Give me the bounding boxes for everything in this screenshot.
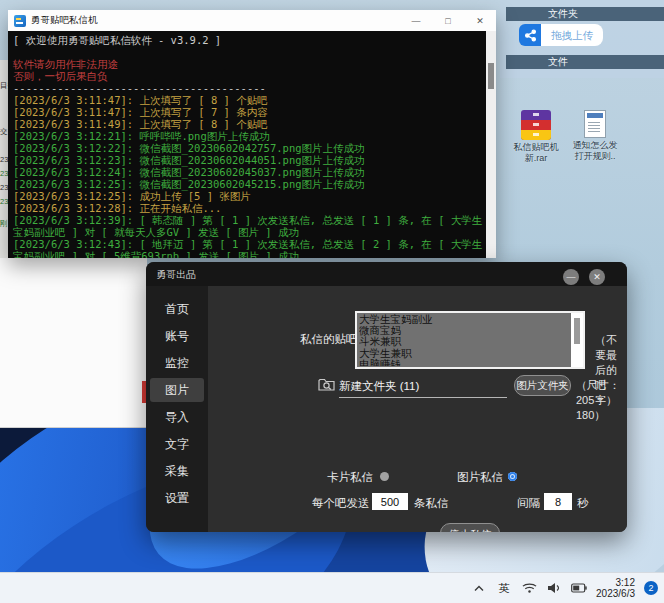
image-folder-field[interactable]: 新建文件夹 (11) — [339, 379, 507, 398]
battery-icon[interactable] — [571, 581, 587, 595]
system-tray: 英 3:12 2023/6/3 2 — [471, 573, 658, 603]
sidebar-item-monitor[interactable]: 监控 — [150, 351, 204, 375]
edge-text-fragment: 23/ — [0, 156, 8, 164]
taskbar: 英 3:12 2023/6/3 2 — [0, 572, 664, 603]
sidebar-item-text[interactable]: 文字 — [150, 432, 204, 456]
send-count-input[interactable] — [372, 493, 408, 510]
listbox-scrollbar-thumb[interactable] — [574, 318, 580, 344]
desktop-icon-label: 通知怎么发 — [564, 140, 626, 151]
desktop-icon-text[interactable]: 通知怎么发 打开规则.. — [564, 110, 626, 161]
image-radio-icon-selected[interactable] — [508, 472, 517, 481]
maximize-button[interactable]: □ — [432, 10, 464, 31]
image-radio-label: 图片私信 — [457, 470, 503, 485]
edge-text-fragment: 目数 — [0, 82, 8, 90]
interval-label: 间隔 — [517, 496, 540, 511]
size-hint: （尺寸：205＊180） — [576, 378, 627, 423]
console-titlebar[interactable]: 勇哥贴吧私信机 — □ ✕ — [8, 10, 496, 31]
tieba-list-item[interactable]: 斗米兼职 — [359, 336, 569, 347]
sidebar-item-settings[interactable]: 设置 — [150, 486, 204, 510]
console-log-line: [2023/6/3 3:12:25]: 微信截图_20230602045215.… — [13, 178, 484, 190]
console-log-line: 软件请勿用作非法用途 — [13, 58, 484, 70]
minimize-button[interactable]: — — [400, 10, 432, 31]
notification-badge[interactable]: 2 — [644, 581, 658, 595]
console-output: [ 欢迎使用勇哥贴吧私信软件 - v3.9.2 ] 软件请勿用作非法用途 否则，… — [8, 31, 486, 258]
taskbar-time: 3:12 — [596, 577, 635, 588]
console-log-line: [2023/6/3 3:12:24]: 微信截图_20230602045037.… — [13, 166, 484, 178]
console-window: 勇哥贴吧私信机 — □ ✕ [ 欢迎使用勇哥贴吧私信软件 - v3.9.2 ] … — [8, 10, 496, 258]
background-window — [0, 258, 147, 428]
console-log-line: [2023/6/3 3:12:21]: 呼呼哔哔.png图片上传成功 — [13, 130, 484, 142]
tieba-listbox[interactable]: 大学生宝妈副业 微商宝妈 斗米兼职 大学生兼职 电脑赚钱 — [355, 311, 585, 369]
app-window-title: 勇哥出品 — [156, 268, 196, 282]
console-log-line: [2023/6/3 3:11:47]: 上次填写了 [ 7 ] 条内容 — [13, 106, 484, 118]
app-titlebar[interactable]: 勇哥出品 — ✕ — [146, 262, 627, 286]
interval-input[interactable] — [544, 493, 572, 510]
edge-text-fragment: 23/ — [0, 198, 8, 206]
desktop-icon-label: 私信贴吧机 — [505, 142, 567, 153]
taskbar-clock[interactable]: 3:12 2023/6/3 — [596, 577, 635, 599]
upload-panel: 文件夹 拖拽上传 文件 — [500, 0, 664, 78]
drag-upload-button[interactable]: 拖拽上传 — [541, 24, 603, 46]
console-log-line: [2023/6/3 3:12:23]: 微信截图_20230602044051.… — [13, 154, 484, 166]
desktop-icon-label: 新.rar — [505, 153, 567, 164]
tray-chevron-up-icon[interactable] — [471, 581, 487, 595]
console-log-line: [2023/6/3 3:12:28]: 正在开始私信... — [13, 202, 484, 214]
app-window: 勇哥出品 — ✕ 首页 账号 监控 图片 导入 文字 采集 设置 私信的贴吧 大… — [146, 262, 627, 532]
listbox-scrollbar[interactable] — [571, 313, 583, 367]
interval-suffix: 秒 — [577, 496, 589, 511]
edge-text-fragment: 刚 — [0, 220, 8, 228]
console-scrollbar-thumb[interactable] — [488, 63, 494, 89]
text-file-icon — [584, 110, 606, 138]
tieba-list-item[interactable]: 电脑赚钱 — [359, 359, 569, 366]
app-sidebar: 首页 账号 监控 图片 导入 文字 采集 设置 — [146, 286, 208, 532]
console-app-icon — [14, 15, 26, 27]
sidebar-item-collect[interactable]: 采集 — [150, 459, 204, 483]
console-log-line: [2023/6/3 3:12:43]: [ 地拜迈 ] 第 [ 1 ] 次发送私… — [13, 238, 484, 258]
send-count-prefix: 每个吧发送 — [312, 496, 370, 511]
minimize-button[interactable]: — — [563, 269, 579, 285]
wifi-icon[interactable] — [521, 581, 537, 595]
console-window-title: 勇哥贴吧私信机 — [31, 14, 98, 27]
console-log-line: ---------------------------------------- — [13, 82, 484, 94]
edge-text-fragment: 23/ — [0, 170, 8, 178]
stop-message-button[interactable]: 停止私信 — [440, 523, 500, 532]
console-log-line: [2023/6/3 3:12:25]: 成功上传 [5 ] 张图片 — [13, 190, 484, 202]
edge-text-fragment: 交日 — [0, 128, 8, 136]
console-scrollbar[interactable] — [486, 31, 496, 258]
card-radio-icon[interactable] — [380, 472, 389, 481]
tieba-list-label: 私信的贴吧 — [300, 332, 358, 347]
card-radio-label: 卡片私信 — [327, 470, 373, 485]
close-button[interactable]: ✕ — [464, 10, 496, 31]
upload-panel-file-header: 文件 — [506, 55, 664, 69]
sidebar-item-account[interactable]: 账号 — [150, 324, 204, 348]
volume-icon[interactable] — [546, 581, 562, 595]
folder-search-icon[interactable] — [318, 377, 337, 396]
sidebar-item-home[interactable]: 首页 — [150, 297, 204, 321]
app-main: 私信的贴吧 大学生宝妈副业 微商宝妈 斗米兼职 大学生兼职 电脑赚钱 （不要最后… — [208, 286, 627, 532]
ime-indicator[interactable]: 英 — [496, 581, 512, 595]
sidebar-item-image[interactable]: 图片 — [150, 378, 204, 402]
console-log-line: 否则，一切后果自负 — [13, 70, 484, 82]
send-count-suffix: 条私信 — [414, 496, 449, 511]
console-log-line: [ 欢迎使用勇哥贴吧私信软件 - v3.9.2 ] — [13, 34, 484, 46]
desktop-icon-label: 打开规则.. — [564, 151, 626, 162]
winrar-archive-icon — [521, 110, 551, 140]
desktop: 目数 交日 23/ 23/ 23/ 23/ 刚 文件夹 拖拽上传 文件 私信贴吧… — [0, 0, 664, 603]
console-log-line: [2023/6/3 3:12:22]: 微信截图_20230602042757.… — [13, 142, 484, 154]
console-log-line: [2023/6/3 3:11:47]: 上次填写了 [ 8 ] 个贴吧 — [13, 94, 484, 106]
edge-text-fragment: 23/ — [0, 184, 8, 192]
close-button[interactable]: ✕ — [589, 269, 605, 285]
console-log-line: [2023/6/3 3:11:49]: 上次填写了 [ 8 ] 个贴吧 — [13, 118, 484, 130]
image-folder-button[interactable]: 图片文件夹 — [514, 375, 571, 396]
console-log-line: [2023/6/3 3:12:39]: [ 韩态随 ] 第 [ 1 ] 次发送私… — [13, 214, 484, 238]
background-window-edge: 目数 交日 23/ 23/ 23/ 23/ 刚 — [0, 60, 8, 258]
upload-panel-folder-header: 文件夹 — [506, 7, 664, 21]
taskbar-date: 2023/6/3 — [596, 588, 635, 599]
desktop-icon-rar[interactable]: 私信贴吧机 新.rar — [505, 110, 567, 163]
share-icon[interactable] — [519, 24, 541, 46]
sidebar-item-import[interactable]: 导入 — [150, 405, 204, 429]
